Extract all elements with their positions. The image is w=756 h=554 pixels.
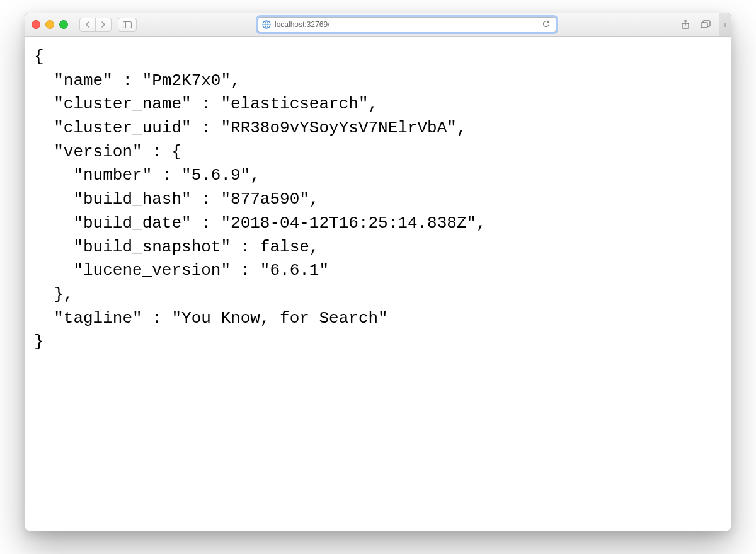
site-icon xyxy=(262,20,271,29)
chevron-right-icon xyxy=(101,21,106,28)
toolbar-right xyxy=(677,18,714,31)
plus-icon: + xyxy=(723,20,728,30)
address-text: localhost:32769/ xyxy=(275,20,329,29)
window-controls xyxy=(32,20,68,29)
browser-window: localhost:32769/ + xyxy=(25,13,731,531)
share-icon xyxy=(681,20,690,30)
tabs-button[interactable] xyxy=(697,18,714,31)
close-window-button[interactable] xyxy=(32,20,40,29)
address-bar[interactable]: localhost:32769/ xyxy=(258,17,556,32)
tabs-icon xyxy=(701,20,711,29)
new-tab-button[interactable]: + xyxy=(719,13,731,36)
browser-toolbar: localhost:32769/ + xyxy=(25,13,731,37)
svg-rect-4 xyxy=(701,23,707,28)
forward-button[interactable] xyxy=(95,18,112,32)
reload-icon[interactable] xyxy=(542,20,551,28)
nav-buttons xyxy=(79,18,137,32)
chevron-left-icon xyxy=(85,21,90,28)
sidebar-icon xyxy=(123,21,132,28)
share-button[interactable] xyxy=(677,18,694,31)
page-content: { "name" : "Pm2K7x0", "cluster_name" : "… xyxy=(25,37,731,531)
back-button[interactable] xyxy=(79,18,96,32)
svg-rect-0 xyxy=(123,21,132,28)
minimize-window-button[interactable] xyxy=(45,20,54,29)
zoom-window-button[interactable] xyxy=(59,20,68,29)
json-response-body: { "name" : "Pm2K7x0", "cluster_name" : "… xyxy=(34,45,724,354)
sidebar-toggle-button[interactable] xyxy=(118,18,137,32)
